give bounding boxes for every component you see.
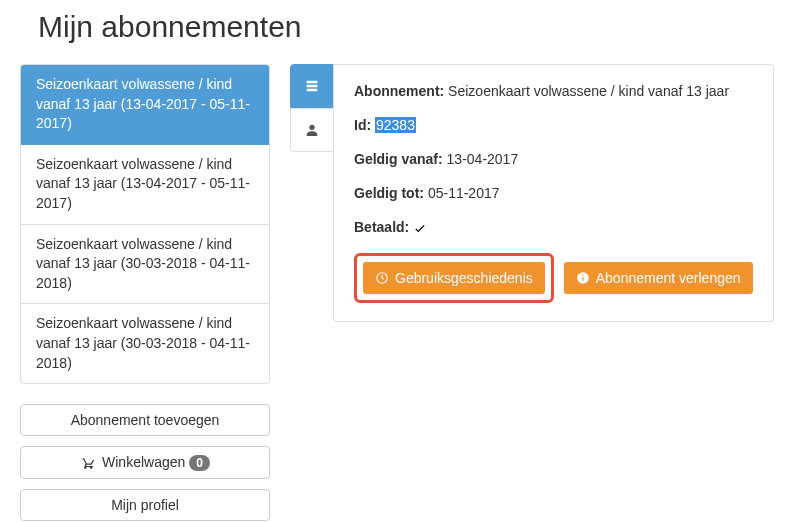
id-label: Id: xyxy=(354,117,371,133)
history-button[interactable]: Gebruiksgeschiedenis xyxy=(363,262,545,294)
svg-point-0 xyxy=(84,467,86,469)
svg-point-2 xyxy=(309,125,314,130)
document-icon xyxy=(304,78,320,94)
button-label: Gebruiksgeschiedenis xyxy=(395,270,533,286)
tab-details[interactable] xyxy=(290,64,334,108)
valid-from-label: Geldig vanaf: xyxy=(354,151,443,167)
cart-icon xyxy=(80,454,98,470)
info-icon xyxy=(576,271,590,285)
page-title: Mijn abonnementen xyxy=(38,10,780,44)
svg-rect-5 xyxy=(582,277,583,281)
list-item[interactable]: Seizoenkaart volwassene / kind vanaf 13 … xyxy=(21,145,269,225)
tab-person[interactable] xyxy=(290,108,334,152)
valid-to-value: 05-11-2017 xyxy=(428,185,500,201)
cart-button[interactable]: Winkelwagen 0 xyxy=(20,446,270,479)
sidebar: Seizoenkaart volwassene / kind vanaf 13 … xyxy=(20,64,270,522)
svg-point-1 xyxy=(90,467,92,469)
valid-from-value: 13-04-2017 xyxy=(447,151,519,167)
extend-button[interactable]: Abonnement verlengen xyxy=(564,262,753,294)
detail-tabs xyxy=(290,64,334,152)
id-value: 92383 xyxy=(375,117,416,133)
person-icon xyxy=(304,122,320,138)
clock-icon xyxy=(375,271,389,285)
button-label: Abonnement verlengen xyxy=(596,270,741,286)
list-item[interactable]: Seizoenkaart volwassene / kind vanaf 13 … xyxy=(21,225,269,305)
svg-rect-6 xyxy=(582,275,583,276)
cart-count-badge: 0 xyxy=(189,455,210,471)
detail-panel: Abonnement: Seizoenkaart volwassene / ki… xyxy=(333,64,774,322)
valid-to-label: Geldig tot: xyxy=(354,185,424,201)
list-item[interactable]: Seizoenkaart volwassene / kind vanaf 13 … xyxy=(21,65,269,145)
button-label: Winkelwagen xyxy=(102,454,185,470)
abonnement-value: Seizoenkaart volwassene / kind vanaf 13 … xyxy=(448,83,729,99)
highlighted-action: Gebruiksgeschiedenis xyxy=(354,253,554,303)
paid-label: Betaald: xyxy=(354,219,409,235)
check-icon xyxy=(413,219,427,235)
button-label: Abonnement toevoegen xyxy=(71,412,220,428)
list-item[interactable]: Seizoenkaart volwassene / kind vanaf 13 … xyxy=(21,304,269,383)
profile-button[interactable]: Mijn profiel xyxy=(20,489,270,521)
subscription-list: Seizoenkaart volwassene / kind vanaf 13 … xyxy=(20,64,270,384)
abonnement-label: Abonnement: xyxy=(354,83,444,99)
add-subscription-button[interactable]: Abonnement toevoegen xyxy=(20,404,270,436)
button-label: Mijn profiel xyxy=(111,497,179,513)
